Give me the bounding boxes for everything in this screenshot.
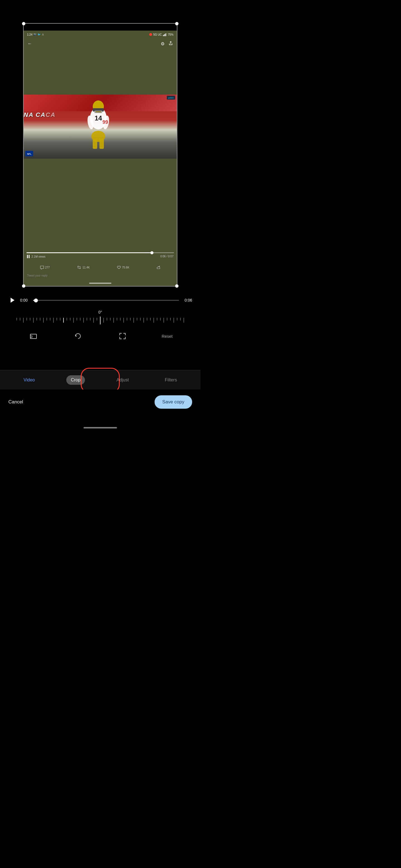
tick — [113, 318, 114, 323]
tick — [83, 318, 84, 323]
bottom-action-bar: Cancel Save copy — [0, 390, 200, 414]
svg-rect-2 — [165, 34, 165, 36]
save-copy-button[interactable]: Save copy — [154, 395, 192, 409]
tick — [53, 318, 54, 323]
scrubber-track[interactable] — [33, 300, 179, 301]
tab-filters[interactable]: Filters — [161, 375, 181, 385]
tick — [77, 318, 77, 320]
tick — [63, 318, 64, 323]
svg-rect-23 — [30, 334, 36, 339]
aspect-ratio-icon — [30, 332, 37, 340]
tick — [66, 318, 67, 320]
tick — [80, 318, 81, 320]
tick — [110, 318, 111, 320]
crop-preview-container — [23, 23, 177, 286]
bottom-tab-bar: Video Crop Adjust Filters — [0, 370, 200, 390]
tick — [70, 318, 70, 320]
crop-handle-bl[interactable] — [22, 284, 25, 288]
crop-handle-tr[interactable] — [175, 22, 178, 25]
tick — [50, 318, 50, 320]
tick — [36, 318, 37, 320]
tick — [173, 318, 174, 323]
tick — [107, 318, 107, 320]
tick — [143, 318, 144, 323]
status-network: 5G UC — [153, 33, 162, 36]
tick — [26, 318, 27, 320]
tick — [177, 318, 177, 320]
tab-video[interactable]: Video — [19, 375, 39, 385]
tick — [40, 318, 40, 320]
play-button[interactable] — [8, 296, 17, 304]
fullscreen-icon — [119, 332, 126, 340]
tick — [47, 318, 47, 320]
tab-crop[interactable]: Crop — [66, 375, 85, 385]
tick — [153, 318, 154, 323]
tick — [103, 318, 104, 323]
tick — [120, 318, 121, 320]
tick — [130, 318, 131, 320]
play-icon — [10, 298, 15, 303]
tick — [167, 318, 167, 320]
svg-rect-4 — [166, 33, 167, 36]
tick — [17, 318, 17, 320]
tick — [137, 318, 137, 320]
tick — [150, 318, 151, 320]
tick — [97, 318, 97, 320]
warning-icon: ⚠ — [42, 33, 44, 36]
angle-ruler[interactable] — [8, 317, 192, 325]
tick — [93, 318, 94, 323]
tick — [127, 318, 127, 320]
tick — [30, 318, 30, 320]
current-time-label: 0:00 — [20, 298, 30, 302]
tick — [147, 318, 147, 320]
tool-row: Reset — [8, 330, 192, 342]
tick — [160, 318, 161, 320]
reset-button[interactable]: Reset — [161, 330, 173, 342]
angle-display: 0° — [8, 310, 192, 325]
camera-icon: 📷 — [33, 33, 36, 36]
svg-rect-3 — [165, 33, 166, 36]
tick — [73, 318, 74, 323]
tick — [183, 318, 184, 323]
angle-value: 0° — [98, 310, 102, 314]
tick — [170, 318, 171, 320]
tick — [90, 318, 90, 320]
tick — [23, 318, 24, 323]
crop-handle-br[interactable] — [175, 284, 178, 288]
editor-controls: 0:00 0:06 0° — [0, 296, 200, 342]
ruler-center-line — [100, 317, 101, 324]
tick — [123, 318, 124, 323]
rotate-button[interactable] — [72, 330, 84, 342]
rotate-icon — [74, 332, 82, 340]
status-time: 1:24 — [27, 33, 32, 36]
end-time-label: 0:06 — [182, 298, 192, 302]
cancel-button[interactable]: Cancel — [8, 399, 23, 405]
tick — [57, 318, 57, 320]
phone-status-bar: 1:24 📷 🐦 ⚠ 5G UC 75% — [24, 31, 177, 38]
tick — [60, 318, 60, 320]
tick — [43, 318, 44, 323]
tick — [87, 318, 87, 320]
tick — [164, 318, 164, 323]
status-left: 1:24 📷 🐦 ⚠ — [27, 33, 44, 36]
svg-rect-0 — [163, 35, 164, 36]
signal-icon — [163, 33, 167, 36]
scrubber-fill — [33, 300, 36, 301]
scrubber-thumb — [34, 299, 38, 302]
tick — [20, 318, 20, 320]
tab-adjust[interactable]: Adjust — [112, 375, 133, 385]
status-right: 5G UC 75% — [149, 33, 173, 36]
fullscreen-button[interactable] — [116, 330, 128, 342]
record-dot — [149, 33, 152, 36]
tick — [140, 318, 141, 320]
tick — [33, 318, 34, 323]
twitter-icon: 🐦 — [37, 33, 41, 36]
crop-handle-tl[interactable] — [22, 22, 25, 25]
aspect-ratio-button[interactable] — [27, 330, 39, 342]
tick — [180, 318, 181, 320]
tick — [157, 318, 157, 320]
tick — [134, 318, 134, 323]
home-indicator — [84, 427, 117, 428]
battery-level: 75% — [168, 33, 173, 36]
tick — [117, 318, 117, 320]
